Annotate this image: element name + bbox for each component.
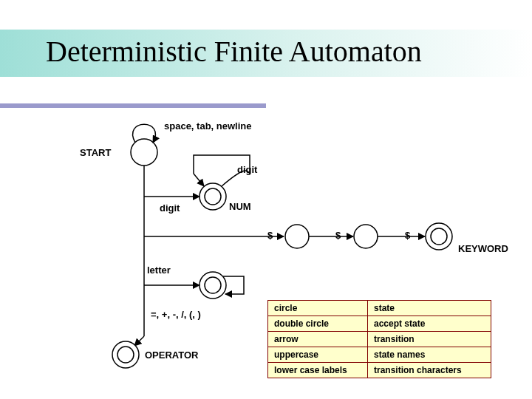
label-start: START: [80, 147, 111, 158]
state-k2: [354, 225, 378, 248]
table-row: circle state: [268, 301, 491, 316]
legend-value: transition: [368, 332, 491, 347]
label-dollar1: $: [267, 230, 273, 241]
edge-to-operator: [134, 336, 144, 346]
label-operator: OPERATOR: [145, 349, 198, 361]
state-start: [131, 139, 157, 166]
label-keyword: KEYWORD: [458, 243, 508, 254]
legend-table: circle state double circle accept state …: [267, 300, 491, 378]
table-row: uppercase state names: [268, 347, 491, 363]
label-start-loop: space, tab, newline: [164, 120, 252, 132]
state-k1: [285, 225, 309, 248]
legend-value: state: [368, 301, 491, 316]
label-dollar2: $: [335, 230, 341, 241]
state-id-inner: [205, 277, 221, 293]
legend-value: state names: [368, 347, 491, 363]
legend-key: circle: [268, 301, 368, 316]
label-dollar3: $: [405, 230, 410, 241]
legend-key: arrow: [268, 332, 368, 347]
state-num-inner: [205, 188, 221, 205]
label-letter: letter: [147, 265, 171, 276]
slide: Deterministic Finite Automaton: [0, 0, 532, 399]
table-row: double circle accept state: [268, 316, 491, 332]
legend-key: double circle: [268, 316, 368, 332]
state-operator-inner: [117, 347, 134, 363]
legend-value: transition characters: [368, 363, 491, 378]
legend-key: uppercase: [268, 347, 368, 363]
state-keyword-inner: [431, 228, 447, 245]
label-num-loop: digit: [237, 164, 257, 175]
legend-key: lower case labels: [268, 363, 368, 378]
label-to-num: digit: [160, 202, 180, 214]
label-num: NUM: [229, 201, 251, 212]
table-row: lower case labels transition characters: [268, 363, 491, 378]
label-ops: =, +, -, /, (, ): [151, 309, 201, 320]
table-row: arrow transition: [268, 332, 491, 347]
edge-num-loop-in: [194, 174, 204, 186]
legend-value: accept state: [368, 316, 491, 332]
